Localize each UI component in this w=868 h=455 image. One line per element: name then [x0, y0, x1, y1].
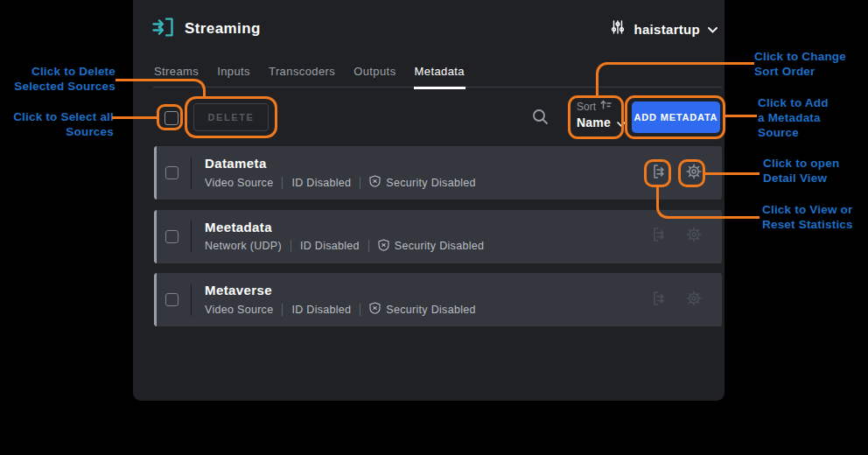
- shield-icon: [369, 302, 381, 317]
- divider: [290, 240, 291, 252]
- connector-select-all: [112, 116, 158, 119]
- highlight-ring-statistics: [644, 159, 671, 187]
- divider: [282, 177, 283, 189]
- source-type: Network (UDP): [205, 240, 282, 252]
- divider: [368, 240, 369, 252]
- shield-icon: [378, 239, 389, 254]
- divider: [191, 220, 192, 252]
- connector-detail: [705, 172, 760, 175]
- row-checkbox[interactable]: [165, 293, 178, 306]
- tab-inputs[interactable]: Inputs: [216, 63, 251, 87]
- row-text: Meetadata Network (UDP) ID Disabled Secu…: [205, 220, 484, 254]
- gear-icon[interactable]: [685, 226, 703, 247]
- tab-outputs[interactable]: Outputs: [353, 63, 396, 87]
- row-checkbox[interactable]: [165, 230, 178, 243]
- account-name: haistartup: [634, 22, 700, 37]
- source-type: Video Source: [205, 304, 273, 316]
- app-header: Streaming haistartup: [150, 15, 718, 43]
- annotation-statistics: Click to View or Reset Statistics: [762, 202, 853, 232]
- account-menu[interactable]: haistartup: [610, 19, 718, 38]
- gear-icon[interactable]: [685, 290, 703, 311]
- source-type: Video Source: [205, 177, 273, 189]
- streaming-logo-icon: [150, 15, 175, 43]
- list-item-datameta[interactable]: Datameta Video Source ID Disabled Securi…: [154, 146, 722, 200]
- divider: [191, 284, 192, 316]
- highlight-ring-delete: [185, 96, 277, 138]
- list-item-meetadata[interactable]: Meetadata Network (UDP) ID Disabled Secu…: [154, 210, 722, 263]
- divider: [191, 158, 192, 189]
- security-status: Security Disabled: [395, 240, 484, 252]
- divider: [360, 177, 360, 189]
- annotation-detail-view: Click to open Detail View: [763, 156, 839, 186]
- annotation-delete-sources: Click to Delete Selected Sources: [0, 64, 116, 94]
- annotation-add-metadata: Click to Add a Metadata Source: [758, 95, 829, 140]
- page-title: Streaming: [185, 20, 261, 38]
- connector-delete: [116, 79, 206, 98]
- source-title: Meetadata: [205, 220, 484, 234]
- streaming-app-panel: Streaming haistartup Streams Inputs Tran…: [133, 0, 724, 401]
- shield-icon: [369, 175, 381, 190]
- connector-add: [725, 115, 757, 117]
- list-item-metaverse[interactable]: Metaverse Video Source ID Disabled Secur…: [154, 273, 722, 326]
- metadata-source-list: Datameta Video Source ID Disabled Securi…: [154, 146, 722, 337]
- id-status: ID Disabled: [291, 304, 351, 316]
- tab-transcoders[interactable]: Transcoders: [268, 63, 336, 87]
- tab-metadata[interactable]: Metadata: [414, 63, 466, 89]
- divider: [360, 304, 360, 316]
- connector-sort: [596, 62, 754, 96]
- id-status: ID Disabled: [291, 177, 351, 189]
- highlight-ring-gear: [678, 159, 705, 187]
- source-title: Metaverse: [205, 283, 476, 298]
- annotation-sort-order: Click to Change Sort Order: [754, 49, 846, 79]
- annotation-select-all: Click to Select all Sources: [0, 109, 114, 139]
- row-text: Datameta Video Source ID Disabled Securi…: [205, 156, 476, 190]
- security-status: Security Disabled: [386, 177, 475, 189]
- statistics-icon[interactable]: [651, 226, 668, 247]
- source-title: Datameta: [205, 156, 476, 171]
- connector-statistics: [656, 187, 760, 219]
- id-status: ID Disabled: [300, 240, 360, 252]
- highlight-ring-add: [625, 95, 725, 139]
- divider: [282, 304, 283, 316]
- chevron-down-icon: [708, 21, 718, 37]
- sliders-icon: [610, 19, 626, 38]
- highlight-ring-sort: [568, 95, 624, 139]
- statistics-icon[interactable]: [651, 290, 668, 311]
- row-checkbox[interactable]: [165, 166, 178, 179]
- highlight-ring-select-all: [157, 104, 183, 130]
- search-icon[interactable]: [532, 108, 549, 125]
- row-text: Metaverse Video Source ID Disabled Secur…: [205, 283, 476, 317]
- security-status: Security Disabled: [386, 304, 475, 316]
